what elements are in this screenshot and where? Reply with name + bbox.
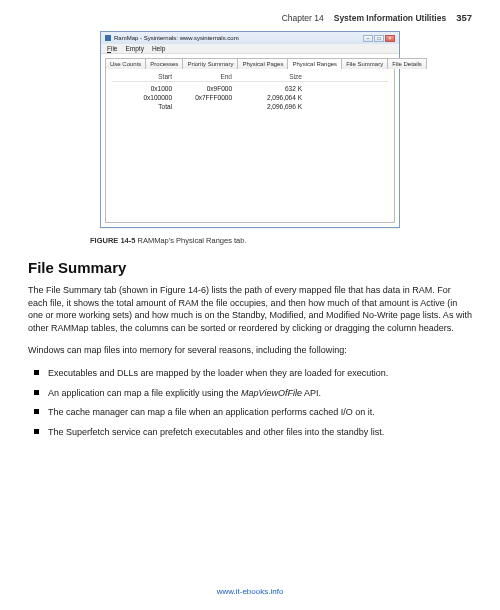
list-item: Executables and DLLs are mapped by the l… <box>34 367 472 380</box>
close-button[interactable]: × <box>385 35 395 42</box>
cell <box>172 102 232 111</box>
figure-caption: FIGURE 14-5 RAMMap's Physical Ranges tab… <box>90 236 472 245</box>
tab-priority-summary[interactable]: Priority Summary <box>182 58 238 69</box>
menu-file[interactable]: File <box>107 45 118 52</box>
list-item: An application can map a file explicitly… <box>34 387 472 400</box>
cell: 0x100000 <box>112 93 172 102</box>
paragraph: Windows can map files into memory for se… <box>28 344 472 357</box>
cell: 632 K <box>232 84 302 93</box>
col-size[interactable]: Size <box>232 73 302 80</box>
tab-processes[interactable]: Processes <box>145 58 183 69</box>
tab-file-summary[interactable]: File Summary <box>341 58 388 69</box>
maximize-button[interactable]: □ <box>374 35 384 42</box>
cell: Total <box>112 102 172 111</box>
table-row: 0x1000 0x9F000 632 K <box>112 84 388 93</box>
tab-file-details[interactable]: File Details <box>387 58 427 69</box>
page-footer: www.it-ebooks.info <box>0 587 500 596</box>
page-number: 357 <box>456 12 472 23</box>
cell: 0x9F000 <box>172 84 232 93</box>
tab-panel: Start End Size 0x1000 0x9F000 632 K 0x10… <box>105 68 395 223</box>
menu-help[interactable]: Help <box>152 45 165 52</box>
list-item: The Superfetch service can prefetch exec… <box>34 426 472 439</box>
cell: 2,096,696 K <box>232 102 302 111</box>
figure-text: RAMMap's Physical Ranges tab. <box>135 236 246 245</box>
ranges-table: Start End Size 0x1000 0x9F000 632 K 0x10… <box>112 73 388 111</box>
tab-use-counts[interactable]: Use Counts <box>105 58 146 69</box>
tabs: Use Counts Processes Priority Summary Ph… <box>105 58 395 69</box>
chapter-label: Chapter 14 <box>282 13 324 23</box>
menu-empty[interactable]: Empty <box>126 45 144 52</box>
minimize-button[interactable]: – <box>363 35 373 42</box>
menubar: File Empty Help <box>101 44 399 54</box>
window-title: RamMap - Sysinternals: www.sysinternals.… <box>114 35 360 41</box>
cell: 0x7FFF0000 <box>172 93 232 102</box>
table-header-row: Start End Size <box>112 73 388 82</box>
section-heading: File Summary <box>28 259 472 276</box>
cell: 0x1000 <box>112 84 172 93</box>
col-start[interactable]: Start <box>112 73 172 80</box>
figure-label: FIGURE 14-5 <box>90 236 135 245</box>
bullet-list: Executables and DLLs are mapped by the l… <box>28 367 472 438</box>
table-row: Total 2,096,696 K <box>112 102 388 111</box>
rammap-window: RamMap - Sysinternals: www.sysinternals.… <box>100 31 400 228</box>
cell: 2,096,064 K <box>232 93 302 102</box>
list-item: The cache manager can map a file when an… <box>34 406 472 419</box>
tab-physical-pages[interactable]: Physical Pages <box>237 58 288 69</box>
table-row: 0x100000 0x7FFF0000 2,096,064 K <box>112 93 388 102</box>
col-end[interactable]: End <box>172 73 232 80</box>
page-header: Chapter 14 System Information Utilities … <box>28 12 472 23</box>
tab-physical-ranges[interactable]: Physical Ranges <box>287 58 342 69</box>
app-icon <box>105 35 111 41</box>
titlebar: RamMap - Sysinternals: www.sysinternals.… <box>101 32 399 44</box>
paragraph: The File Summary tab (shown in Figure 14… <box>28 284 472 334</box>
footer-link[interactable]: www.it-ebooks.info <box>217 587 284 596</box>
chapter-title: System Information Utilities <box>334 13 446 23</box>
